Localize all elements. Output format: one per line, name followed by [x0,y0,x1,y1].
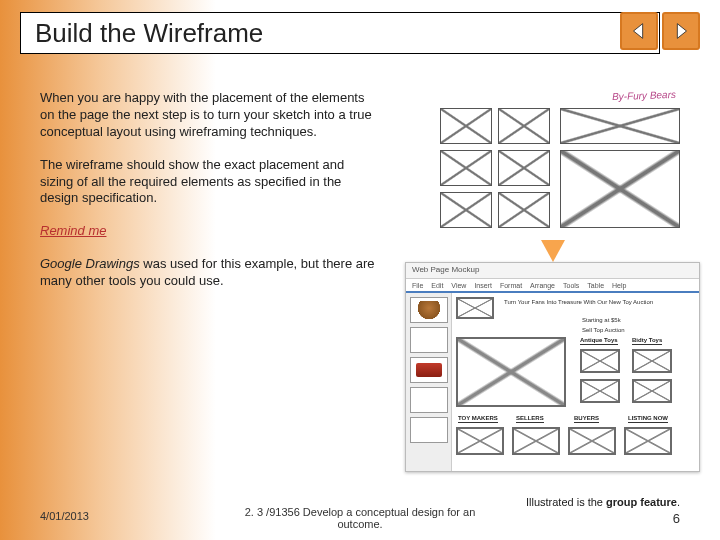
menu-item: Table [587,282,604,289]
google-drawings-name: Google Drawings [40,256,140,271]
mockup-body: Turn Your Fans Into Treasure With Our Ne… [406,293,699,471]
wf-bottom-0: TOY MAKERS [458,415,498,423]
menu-item: Tools [563,282,579,289]
sketch-box [440,150,492,186]
mockup-window: Web Page Mockup File Edit View Insert Fo… [405,262,700,472]
wf-box [456,337,566,407]
mockup-menu: File Edit View Insert Format Arrange Too… [406,279,699,293]
wf-bottom-2: BUYERS [574,415,599,423]
caption-bold: group feature [606,496,677,508]
wf-label-a: Antique Toys [580,337,618,345]
paragraph-2: The wireframe should show the exact plac… [40,157,380,208]
menu-item: Insert [474,282,492,289]
thumb-car [410,357,448,383]
footer-center: 2. 3 /91356 Develop a conceptual design … [230,506,490,530]
wf-box [456,297,494,319]
nav-buttons [620,12,700,50]
wf-box [512,427,560,455]
footer-date: 4/01/2013 [40,510,89,522]
title-bar: Build the Wireframe [20,12,660,54]
menu-item: Format [500,282,522,289]
sketch-title: By-Fury Bears [612,89,676,102]
next-button[interactable] [662,12,700,50]
sketch-illustration: By-Fury Bears [436,88,686,238]
menu-item: Help [612,282,626,289]
caption-pre: Illustrated is the [526,496,606,508]
wf-box [624,427,672,455]
paragraph-3: Google Drawings was used for this exampl… [40,256,380,290]
thumb [410,327,448,353]
page-title: Build the Wireframe [35,18,263,49]
wf-sub1: Starting at $5k [582,317,621,324]
wf-bottom-3: LISTING NOW [628,415,668,423]
mockup-sidebar [406,293,452,471]
menu-item: View [451,282,466,289]
wf-box [580,379,620,403]
wf-sub2: Sell Top Auction [582,327,625,334]
sketch-box [560,108,680,144]
menu-item: File [412,282,423,289]
paragraph-1: When you are happy with the placement of… [40,90,380,141]
wf-box [568,427,616,455]
wf-box [632,379,672,403]
caption-post: . [677,496,680,508]
wf-box [580,349,620,373]
wf-headline: Turn Your Fans Into Treasure With Our Ne… [504,299,664,306]
thumb-teddy [410,297,448,323]
body-text: When you are happy with the placement of… [40,90,380,306]
footer-page: 6 [673,511,680,526]
wf-box [456,427,504,455]
sketch-box [498,150,550,186]
caption: Illustrated is the group feature. [526,496,680,508]
arrow-left-icon [628,20,650,42]
sketch-box [498,192,550,228]
arrow-right-icon [670,20,692,42]
wf-box [632,349,672,373]
mockup-title: Web Page Mockup [406,263,699,279]
menu-item: Edit [431,282,443,289]
menu-item: Arrange [530,282,555,289]
thumb [410,417,448,443]
remind-me-link[interactable]: Remind me [40,223,106,240]
sketch-box [440,108,492,144]
arrow-down-icon [541,240,565,262]
mockup-canvas: Turn Your Fans Into Treasure With Our Ne… [452,293,699,471]
sketch-box [498,108,550,144]
thumb [410,387,448,413]
wf-bottom-1: SELLERS [516,415,544,423]
sketch-box [560,150,680,228]
prev-button[interactable] [620,12,658,50]
sketch-box [440,192,492,228]
wf-label-b: Bidty Toys [632,337,662,345]
